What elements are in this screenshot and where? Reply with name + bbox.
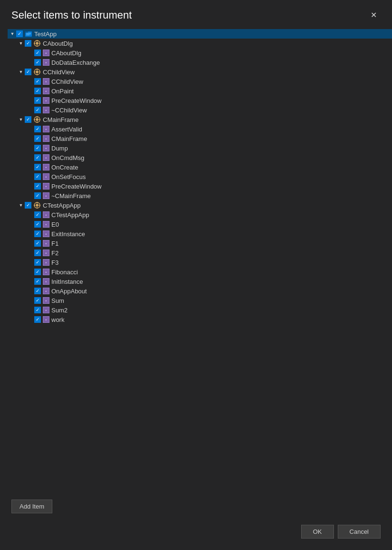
checkbox-f2[interactable] [34,250,41,256]
method-icon: ▪ [43,173,49,180]
checkbox-onsetfocus[interactable] [34,173,41,180]
tree-item-exitinstance[interactable]: ▪ ExitInstance [8,229,392,239]
svg-rect-16 [39,71,40,72]
testapp-label: TestApp [34,30,57,38]
method-label: Fibonacci [51,269,78,276]
tree-item-initinstance[interactable]: ▪ InitInstance [8,277,392,286]
svg-rect-1 [25,31,28,33]
tree-item-f3[interactable]: ▪ F3 [8,258,392,267]
tree-item-precreatewindow2[interactable]: ▪ PreCreateWindow [8,181,392,191]
close-button[interactable]: ✕ [367,9,381,21]
checkbox-assertvalid[interactable] [34,126,41,132]
tree-item-onappabout[interactable]: ▪ OnAppAbout [8,286,392,296]
method-icon: ▪ [43,259,49,266]
checkbox-precreatewindow1[interactable] [34,97,41,104]
tree-item-onsetfocus[interactable]: ▪ OnSetFocus [8,172,392,181]
tree-item-cmainframe-ctor[interactable]: ▪ CMainFrame [8,134,392,143]
expander-cchildview[interactable] [17,68,25,76]
tree-item-cmainframe-dtor[interactable]: ▪ ~CMainFrame [8,191,392,200]
svg-rect-3 [26,34,31,34]
tree-item-caboutdlg[interactable]: CAboutDlg [8,39,392,48]
tree-item-cchildview-dtor[interactable]: ▪ ~CChildView [8,105,392,115]
method-label: F3 [51,259,59,266]
checkbox-oncmdmsg[interactable] [34,154,41,161]
checkbox-exitinstance[interactable] [34,230,41,237]
tree-item-precreatewindow1[interactable]: ▪ PreCreateWindow [8,96,392,105]
cmainframe-label: CMainFrame [43,116,78,123]
svg-rect-15 [34,71,35,72]
tree-item-dodataexchange[interactable]: ▪ DoDataExchange [8,58,392,67]
tree-item-assertvalid[interactable]: ▪ AssertValid [8,124,392,134]
checkbox-initinstance[interactable] [34,278,41,285]
tree-item-onpaint[interactable]: ▪ OnPaint [8,86,392,96]
tree-item-f1[interactable]: ▪ F1 [8,239,392,248]
checkbox-caboutdlg[interactable] [25,40,31,47]
tree-item-fibonacci[interactable]: ▪ Fibonacci [8,267,392,277]
expander-testapp[interactable] [9,30,16,38]
class-icon-cmainframe [33,116,41,123]
tree-item-sum2[interactable]: ▪ Sum2 [8,305,392,315]
checkbox-work[interactable] [34,316,41,323]
checkbox-cchildview-dtor[interactable] [34,107,41,113]
checkbox-sum[interactable] [34,297,41,304]
method-icon: ▪ [43,183,49,190]
checkbox-cchildview-ctor[interactable] [34,78,41,85]
title-bar: Select items to instrument ✕ [0,0,392,25]
svg-rect-22 [39,119,40,120]
tree-item-ctestappapp-ctor[interactable]: ▪ CTestAppApp [8,210,392,220]
tree-item-f2[interactable]: ▪ F2 [8,248,392,258]
tree-item-sum[interactable]: ▪ Sum [8,296,392,305]
tree-item-e0[interactable]: ▪ E0 [8,220,392,229]
checkbox-e0[interactable] [34,221,41,228]
expander-caboutdlg[interactable] [17,40,25,47]
tree-root-testapp[interactable]: TestApp [8,29,392,39]
cancel-button[interactable]: Cancel [338,525,381,539]
tree-item-dump[interactable]: ▪ Dump [8,143,392,153]
checkbox-onappabout[interactable] [34,288,41,294]
svg-point-12 [36,70,39,73]
tree-item-cmainframe[interactable]: CMainFrame [8,115,392,124]
add-item-button[interactable]: Add Item [11,500,52,513]
checkbox-dodataexchange[interactable] [34,59,41,66]
method-label: CTestAppApp [51,211,89,219]
tree-item-work[interactable]: ▪ work [8,315,392,324]
checkbox-fibonacci[interactable] [34,269,41,275]
checkbox-sum2[interactable] [34,307,41,313]
checkbox-onpaint[interactable] [34,88,41,94]
tree-item-ctestappapp[interactable]: CTestAppApp [8,200,392,210]
tree-item-caboutdlg-ctor[interactable]: ▪ CAboutDlg [8,48,392,58]
checkbox-cmainframe[interactable] [25,116,31,123]
method-label: CMainFrame [51,135,87,142]
dialog: Select items to instrument ✕ TestApp [0,0,392,550]
method-icon: ▪ [43,316,49,323]
tree-item-oncmdmsg[interactable]: ▪ OnCmdMsg [8,153,392,162]
checkbox-oncreate[interactable] [34,164,41,170]
checkbox-ctestappapp-ctor[interactable] [34,211,41,218]
checkbox-testapp[interactable] [16,30,23,37]
checkbox-cmainframe-dtor[interactable] [34,192,41,199]
tree-item-cchildview[interactable]: CChildView [8,67,392,77]
expander-cmainframe[interactable] [17,116,25,123]
method-icon: ▪ [43,88,49,94]
checkbox-f1[interactable] [34,240,41,247]
method-icon: ▪ [43,211,49,218]
checkbox-precreatewindow2[interactable] [34,183,41,190]
checkbox-f3[interactable] [34,259,41,266]
svg-rect-7 [37,40,38,41]
method-icon: ▪ [43,154,49,161]
method-icon: ▪ [43,221,49,228]
checkbox-dump[interactable] [34,145,41,151]
checkbox-cmainframe-ctor[interactable] [34,135,41,142]
checkbox-caboutdlg-ctor[interactable] [34,50,41,56]
expander-ctestappapp[interactable] [17,201,25,209]
tree-item-cchildview-ctor[interactable]: ▪ CChildView [8,77,392,86]
svg-rect-28 [39,205,40,206]
checkbox-ctestappapp[interactable] [25,202,31,209]
class-icon-ctestappapp [33,201,41,209]
method-label: OnCmdMsg [51,154,84,161]
tree-item-oncreate[interactable]: ▪ OnCreate [8,162,392,172]
ok-button[interactable]: OK [301,525,334,539]
checkbox-cchildview[interactable] [25,69,31,75]
tree-container[interactable]: TestApp CAboutDlg ▪ CAbo [0,25,392,492]
method-label: DoDataExchange [51,59,100,66]
